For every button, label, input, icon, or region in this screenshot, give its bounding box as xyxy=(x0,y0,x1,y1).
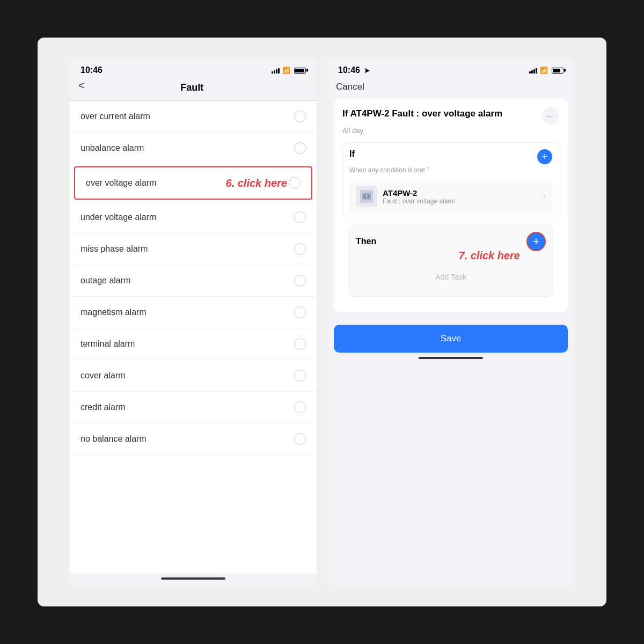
signal-bar-3 xyxy=(276,69,277,74)
then-add-container: + xyxy=(526,232,546,251)
alarm-label-under-voltage: under voltage alarm xyxy=(80,213,156,222)
signal-bar-4 xyxy=(278,68,280,74)
alarm-label-cover: cover alarm xyxy=(80,371,126,380)
radio-magnetism[interactable] xyxy=(294,306,306,318)
list-item-magnetism[interactable]: magnetism alarm xyxy=(70,297,317,328)
if-section: If + When any condition is met ˅ xyxy=(342,142,559,219)
right-wifi-icon: 📶 xyxy=(540,67,548,74)
signal-bar-r4 xyxy=(536,68,537,74)
then-section: Then + 7. click here Add Task xyxy=(349,225,553,297)
add-task-button[interactable]: + xyxy=(526,232,546,251)
signal-bar-1 xyxy=(272,71,273,74)
wifi-icon: 📶 xyxy=(282,67,290,74)
radio-no-balance[interactable] xyxy=(294,433,306,445)
right-phone-screen: 10:46 ➤ 📶 Cancel If AT4PW-2 Fa xyxy=(327,59,574,585)
add-task-label: Add Task xyxy=(356,267,546,290)
more-options-button[interactable]: ··· xyxy=(542,107,559,125)
if-label: If xyxy=(349,149,355,159)
device-icon xyxy=(356,186,377,207)
back-button[interactable]: < xyxy=(70,79,93,96)
list-item-outage[interactable]: outage alarm xyxy=(70,265,317,297)
left-status-bar: 10:46 📶 xyxy=(70,59,317,79)
device-image-icon xyxy=(359,189,374,204)
radio-cover[interactable] xyxy=(294,370,306,382)
left-status-icons: 📶 xyxy=(272,67,306,74)
save-button[interactable]: Save xyxy=(334,325,568,353)
alarm-label-unbalance: unbalance alarm xyxy=(80,143,144,153)
rule-title: If AT4PW-2 Fault : over voltage alarm xyxy=(342,107,542,120)
right-battery-icon xyxy=(552,68,564,74)
then-header: Then + xyxy=(356,232,546,251)
radio-under-voltage[interactable] xyxy=(294,211,306,223)
location-arrow-icon: ➤ xyxy=(364,67,370,75)
radio-credit[interactable] xyxy=(294,401,306,413)
list-item-credit[interactable]: credit alarm xyxy=(70,392,317,423)
alarm-label-terminal: terminal alarm xyxy=(80,339,135,349)
signal-bar-r2 xyxy=(531,70,533,74)
rule-header: If AT4PW-2 Fault : over voltage alarm ··… xyxy=(342,107,559,125)
right-home-bar xyxy=(419,357,483,359)
right-status-time: 10:46 ➤ xyxy=(338,65,370,75)
rule-card: If AT4PW-2 Fault : over voltage alarm ··… xyxy=(334,99,568,312)
device-info: AT4PW-2 Fault : over voltage alarm xyxy=(383,188,543,205)
list-item-over-voltage[interactable]: over voltage alarm 6. click here xyxy=(74,166,312,200)
signal-bar-2 xyxy=(274,70,275,74)
device-name: AT4PW-2 xyxy=(383,188,543,197)
click-here-annotation-7: 7. click here xyxy=(458,250,520,262)
alarm-label-over-current: over current alarm xyxy=(80,112,150,121)
list-item-over-current[interactable]: over current alarm xyxy=(70,101,317,133)
battery-fill xyxy=(295,69,304,72)
alarm-label-miss-phase: miss phase alarm xyxy=(80,244,148,254)
add-condition-button[interactable]: + xyxy=(537,149,552,164)
right-signal-bars-icon xyxy=(529,67,537,74)
alarm-label-magnetism: magnetism alarm xyxy=(80,308,147,317)
radio-outage[interactable] xyxy=(294,275,306,287)
right-status-icons: 📶 xyxy=(529,67,564,74)
signal-bar-r3 xyxy=(533,69,535,74)
radio-terminal[interactable] xyxy=(294,338,306,350)
alarm-label-over-voltage: over voltage alarm xyxy=(86,178,157,188)
device-fault: Fault : over voltage alarm xyxy=(383,197,543,205)
left-status-time: 10:46 xyxy=(80,65,103,75)
list-item-under-voltage[interactable]: under voltage alarm xyxy=(70,202,317,233)
list-item-miss-phase[interactable]: miss phase alarm xyxy=(70,233,317,265)
alarm-list: over current alarm unbalance alarm over … xyxy=(70,101,317,573)
list-item-unbalance[interactable]: unbalance alarm xyxy=(70,133,317,164)
list-item-cover[interactable]: cover alarm xyxy=(70,360,317,392)
battery-icon xyxy=(294,68,306,74)
radio-miss-phase[interactable] xyxy=(294,243,306,255)
alarm-label-credit: credit alarm xyxy=(80,402,126,412)
radio-over-voltage[interactable] xyxy=(289,177,301,189)
left-phone-screen: 10:46 📶 < Fault xyxy=(70,59,317,585)
right-status-bar: 10:46 ➤ 📶 xyxy=(327,59,574,79)
rule-subtitle: All day xyxy=(342,127,559,135)
screen-title: Fault xyxy=(93,82,291,93)
radio-over-current[interactable] xyxy=(294,111,306,122)
alarm-label-no-balance: no balance alarm xyxy=(80,434,147,444)
click-here-annotation-6: 6. click here xyxy=(225,177,287,189)
signal-bar-r1 xyxy=(529,71,531,74)
then-label: Then xyxy=(356,237,376,246)
chevron-right-icon: › xyxy=(543,192,546,201)
if-header: If + xyxy=(349,149,552,164)
svg-point-3 xyxy=(365,195,368,197)
radio-unbalance[interactable] xyxy=(294,142,306,154)
device-row[interactable]: AT4PW-2 Fault : over voltage alarm › xyxy=(349,180,552,213)
list-item-terminal[interactable]: terminal alarm xyxy=(70,328,317,360)
right-battery-fill xyxy=(553,69,560,72)
home-bar xyxy=(161,577,225,580)
alarm-label-outage: outage alarm xyxy=(80,276,130,286)
condition-text: When any condition is met ˅ xyxy=(349,166,552,174)
list-item-no-balance[interactable]: no balance alarm xyxy=(70,423,317,455)
signal-bars-icon xyxy=(272,67,280,74)
cancel-button[interactable]: Cancel xyxy=(327,79,574,99)
